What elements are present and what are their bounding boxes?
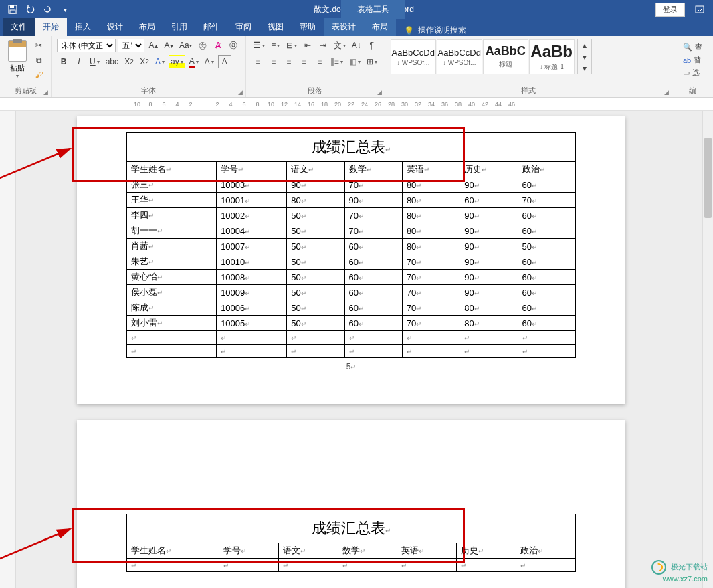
table-cell[interactable]: 胡一一↵ xyxy=(127,223,217,239)
table-empty-cell[interactable]: ↵ xyxy=(460,345,518,358)
table-cell[interactable]: 70↵ xyxy=(344,177,402,193)
tell-me-search[interactable]: 💡 操作说明搜索 xyxy=(404,25,466,36)
superscript-button[interactable]: X2 xyxy=(138,55,151,68)
table-cell[interactable]: 60↵ xyxy=(518,270,575,285)
table-cell[interactable]: 60↵ xyxy=(518,316,575,331)
tab-design[interactable]: 设计 xyxy=(99,18,131,36)
font-size-select[interactable]: 五号 xyxy=(118,39,144,52)
table-header-cell[interactable]: 数学↵ xyxy=(344,162,402,177)
tab-file[interactable]: 文件 xyxy=(3,18,35,36)
table-cell[interactable]: 50↵ xyxy=(287,239,344,254)
table-cell[interactable]: 80↵ xyxy=(402,239,460,254)
table-cell[interactable]: 10001↵ xyxy=(217,193,287,208)
qat-customize[interactable]: ▾ xyxy=(58,2,72,17)
table-cell[interactable]: 50↵ xyxy=(287,316,344,331)
table-cell[interactable]: 刘小雷↵ xyxy=(127,316,217,331)
table-header-cell[interactable]: 学号↵ xyxy=(219,543,278,559)
table-row[interactable]: 肖茜↵10007↵50↵60↵80↵90↵50↵ xyxy=(127,239,576,254)
paragraph-launcher[interactable]: ◢ xyxy=(377,89,382,96)
bold-button[interactable]: B xyxy=(57,55,70,68)
table-cell[interactable]: 80↵ xyxy=(402,193,460,208)
table-empty-cell[interactable]: ↵ xyxy=(287,345,344,358)
show-marks-button[interactable]: ¶ xyxy=(365,39,379,52)
table-cell[interactable]: 60↵ xyxy=(344,285,402,300)
table-row[interactable]: 王华↵10001↵80↵90↵80↵60↵70↵ xyxy=(127,193,576,208)
table-empty-cell[interactable]: ↵ xyxy=(457,559,516,572)
table-empty-cell[interactable]: ↵ xyxy=(278,559,338,572)
table-cell[interactable]: 侯小磊↵ xyxy=(127,285,217,300)
format-painter-button[interactable]: 🖌 xyxy=(32,68,45,82)
table-cell[interactable]: 10003↵ xyxy=(217,177,287,193)
table-cell[interactable]: 60↵ xyxy=(518,285,575,300)
tab-references[interactable]: 引用 xyxy=(163,18,195,36)
tab-table-design[interactable]: 表设计 xyxy=(324,18,364,36)
table-row[interactable]: 张三↵10003↵90↵70↵80↵90↵60↵ xyxy=(127,177,576,193)
table-cell[interactable]: 70↵ xyxy=(402,254,460,270)
page-2[interactable]: 成绩汇总表↵ 学生姓名↵学号↵语文↵数学↵英语↵历史↵政治↵ ↵↵↵↵↵↵↵ xyxy=(77,420,625,588)
replace-button[interactable]: ab替 xyxy=(682,54,704,66)
table-cell[interactable]: 70↵ xyxy=(344,208,402,223)
style-item-3[interactable]: AaBb↓ 标题 1 xyxy=(529,39,575,74)
table-cell[interactable]: 黄心怡↵ xyxy=(127,270,217,285)
table-empty-cell[interactable]: ↵ xyxy=(217,331,287,345)
table-cell[interactable]: 60↵ xyxy=(518,208,575,223)
table-cell[interactable]: 50↵ xyxy=(287,300,344,316)
cut-button[interactable]: ✂ xyxy=(32,39,45,52)
login-button[interactable]: 登录 xyxy=(655,3,685,17)
align-center-button[interactable]: ≡ xyxy=(267,55,280,68)
table-header-cell[interactable]: 数学↵ xyxy=(338,543,397,559)
table-empty-cell[interactable]: ↵ xyxy=(518,331,575,345)
tab-home[interactable]: 开始 xyxy=(35,18,67,36)
table-row[interactable]: 陈成↵10006↵50↵60↵70↵80↵60↵ xyxy=(127,300,576,316)
table-empty-cell[interactable]: ↵ xyxy=(219,559,278,572)
borders-button[interactable]: ⊞ xyxy=(365,55,379,68)
table-cell[interactable]: 70↵ xyxy=(402,300,460,316)
table-cell[interactable]: 80↵ xyxy=(460,316,518,331)
table-cell[interactable]: 60↵ xyxy=(460,193,518,208)
table-empty-cell[interactable]: ↵ xyxy=(287,331,344,345)
table-cell[interactable]: 60↵ xyxy=(518,223,575,239)
horizontal-ruler[interactable]: 1086422468101214161820222426283032343638… xyxy=(0,98,713,111)
phonetic-guide-button[interactable]: ㉆ xyxy=(196,39,209,52)
distributed-button[interactable]: ≡ xyxy=(313,55,326,68)
table-cell[interactable]: 90↵ xyxy=(344,193,402,208)
table-cell[interactable]: 60↵ xyxy=(518,177,575,193)
table-header-cell[interactable]: 历史↵ xyxy=(460,162,518,177)
font-name-select[interactable]: 宋体 (中文正文) xyxy=(57,39,116,52)
font-color-button[interactable]: A xyxy=(187,55,201,68)
tab-insert[interactable]: 插入 xyxy=(67,18,99,36)
styles-launcher[interactable]: ◢ xyxy=(664,89,669,96)
table-cell[interactable]: 10002↵ xyxy=(217,208,287,223)
line-spacing-button[interactable]: ‖≡ xyxy=(328,55,345,68)
table-cell[interactable]: 60↵ xyxy=(344,300,402,316)
table-cell[interactable]: 90↵ xyxy=(460,270,518,285)
table-empty-cell[interactable]: ↵ xyxy=(344,331,402,345)
table-cell[interactable]: 60↵ xyxy=(518,254,575,270)
table-cell[interactable]: 10007↵ xyxy=(217,239,287,254)
table-row[interactable]: 朱艺↵10010↵50↵60↵70↵90↵60↵ xyxy=(127,254,576,270)
bullets-button[interactable]: ☰ xyxy=(251,39,267,52)
table-header-cell[interactable]: 学号↵ xyxy=(217,162,287,177)
table-cell[interactable]: 李四↵ xyxy=(127,208,217,223)
table-header-cell[interactable]: 学生姓名↵ xyxy=(127,543,219,559)
align-left-button[interactable]: ≡ xyxy=(251,55,265,68)
table-row[interactable]: 李四↵10002↵50↵70↵80↵90↵60↵ xyxy=(127,208,576,223)
char-shading-button[interactable]: A xyxy=(203,55,216,68)
copy-button[interactable]: ⧉ xyxy=(32,54,45,67)
shading-button[interactable]: ◧ xyxy=(347,55,363,68)
tab-mailings[interactable]: 邮件 xyxy=(195,18,227,36)
table-cell[interactable]: 90↵ xyxy=(460,177,518,193)
font-launcher[interactable]: ◢ xyxy=(238,89,243,96)
table-header-cell[interactable]: 英语↵ xyxy=(397,543,457,559)
table-header-cell[interactable]: 语文↵ xyxy=(278,543,338,559)
strikethrough-button[interactable]: abc xyxy=(104,55,120,68)
table-cell[interactable]: 张三↵ xyxy=(127,177,217,193)
select-button[interactable]: ▭选 xyxy=(682,67,704,78)
grow-font-button[interactable]: A▴ xyxy=(146,39,160,52)
table-row[interactable]: 侯小磊↵10009↵50↵60↵70↵90↵60↵ xyxy=(127,285,576,300)
underline-button[interactable]: U xyxy=(88,55,102,68)
table-cell[interactable]: 80↵ xyxy=(402,208,460,223)
text-effects-button[interactable]: A xyxy=(153,55,167,68)
table-cell[interactable]: 60↵ xyxy=(344,254,402,270)
table-cell[interactable]: 60↵ xyxy=(344,270,402,285)
